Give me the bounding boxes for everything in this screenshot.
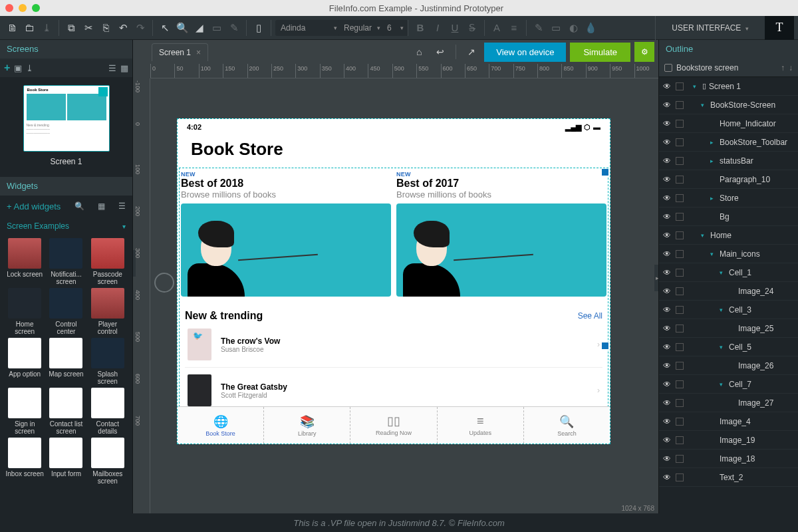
outline-root-row[interactable]: Bookstore screen ↑↓ — [659, 59, 798, 77]
screen-grid-view-icon[interactable]: ▦ — [120, 63, 128, 73]
strike-icon[interactable]: S̶ — [464, 20, 480, 36]
visibility-eye-icon[interactable]: 👁 — [663, 249, 673, 259]
text-tool-button[interactable]: T — [765, 16, 794, 40]
outline-row[interactable]: 👁▾BookStore-Screen — [659, 96, 798, 114]
visibility-eye-icon[interactable]: 👁 — [663, 138, 673, 147]
outline-row[interactable]: 👁▸BookStore_Toolbar — [659, 133, 798, 152]
visibility-eye-icon[interactable]: 👁 — [663, 194, 673, 203]
font-family-select[interactable]: Adinda — [275, 20, 342, 36]
tabbar-item[interactable]: 📚Library — [264, 407, 350, 444]
window-close-button[interactable] — [5, 4, 13, 12]
font-weight-select[interactable]: Regular — [338, 20, 385, 36]
outline-row[interactable]: 👁Image_27 — [659, 394, 798, 412]
outline-row[interactable]: 👁▾Cell_7 — [659, 375, 798, 394]
visibility-eye-icon[interactable]: 👁 — [663, 212, 673, 221]
visibility-eye-icon[interactable]: 👁 — [663, 398, 673, 408]
simulate-button[interactable]: Simulate — [570, 43, 630, 62]
save-icon[interactable]: ⤓ — [39, 20, 55, 36]
view-on-device-button[interactable]: View on device — [484, 43, 566, 62]
tabbar-item[interactable]: 🔍Search — [524, 407, 610, 444]
widget-item[interactable]: Contact details — [88, 388, 127, 435]
outline-row[interactable]: 👁Image_26 — [659, 356, 798, 375]
window-zoom-button[interactable] — [32, 4, 40, 12]
paste-icon[interactable]: ⎘ — [98, 20, 114, 36]
widget-item[interactable]: Inbox screen — [5, 438, 44, 485]
visibility-eye-icon[interactable]: 👁 — [663, 175, 673, 184]
outline-row[interactable]: 👁▾Home — [659, 226, 798, 245]
outline-row[interactable]: 👁▸Store — [659, 189, 798, 207]
widget-item[interactable]: Control center — [47, 288, 85, 335]
outline-row[interactable]: 👁Paragraph_10 — [659, 170, 798, 189]
collapse-left-handle[interactable]: ◂ — [133, 250, 136, 277]
book-row[interactable]: 🐦The crow's VowSusan Briscoe› — [185, 322, 602, 368]
selection-handle-bottom[interactable] — [601, 342, 609, 350]
widget-item[interactable]: Lock screen — [5, 238, 44, 285]
screen-list-view-icon[interactable]: ☰ — [108, 63, 116, 73]
window-minimize-button[interactable] — [19, 4, 27, 12]
visibility-eye-icon[interactable]: 👁 — [663, 287, 673, 296]
outline-row[interactable]: 👁Home_Indicator — [659, 114, 798, 133]
underline-icon[interactable]: U — [447, 20, 463, 36]
screen-download-icon[interactable]: ⤓ — [26, 63, 33, 73]
cut-icon[interactable]: ✂ — [80, 20, 96, 36]
home-icon[interactable]: ⌂ — [410, 43, 428, 61]
visibility-eye-icon[interactable]: 👁 — [663, 361, 673, 370]
opacity-icon[interactable]: 💧 — [583, 20, 598, 36]
outline-up-icon[interactable]: ↑ — [781, 63, 785, 72]
align-icon[interactable]: ≡ — [506, 20, 522, 36]
outline-row[interactable]: 👁Image_25 — [659, 319, 798, 338]
outline-row[interactable]: 👁▾Main_icons — [659, 245, 798, 263]
copy-icon[interactable]: ⧉ — [63, 20, 79, 36]
widget-item[interactable]: App option — [5, 338, 44, 385]
visibility-eye-icon[interactable]: 👁 — [663, 305, 673, 315]
widgets-search-icon[interactable]: 🔍 — [74, 201, 84, 211]
widget-item[interactable]: Contact list screen — [47, 388, 85, 435]
tabbar-item[interactable]: ▯▯Reading Now — [350, 407, 437, 444]
fill-icon[interactable]: ✎ — [531, 20, 547, 36]
outline-row[interactable]: 👁Bg — [659, 207, 798, 226]
widget-item[interactable]: Sign in screen — [5, 388, 44, 435]
widget-item[interactable]: Notificati... screen — [47, 238, 85, 285]
selection-handle-top[interactable] — [601, 168, 609, 176]
add-widgets-button[interactable]: + Add widgets — [7, 201, 61, 211]
outline-row[interactable]: 👁▾Cell_3 — [659, 301, 798, 319]
visibility-eye-icon[interactable]: 👁 — [663, 436, 673, 445]
outline-row[interactable]: 👁Image_18 — [659, 450, 798, 468]
outline-row[interactable]: 👁Image_4 — [659, 412, 798, 431]
zoom-icon[interactable]: 🔍 — [174, 20, 190, 36]
open-folder-icon[interactable]: 🗀 — [21, 20, 37, 36]
visibility-eye-icon[interactable]: 👁 — [663, 231, 673, 240]
featured-card[interactable]: NEWBest of 2018Browse millions of books — [181, 171, 391, 297]
shadow-icon[interactable]: ◐ — [565, 20, 581, 36]
bold-icon[interactable]: B — [412, 20, 428, 36]
visibility-eye-icon[interactable]: 👁 — [663, 473, 673, 482]
tab-close-icon[interactable]: × — [196, 48, 201, 57]
redo-icon[interactable]: ↷ — [132, 20, 148, 36]
border-icon[interactable]: ▭ — [548, 20, 564, 36]
featured-card[interactable]: NEWBest of 2017Browse millions of books — [396, 171, 606, 297]
new-file-icon[interactable]: 🗎 — [4, 20, 20, 36]
visibility-eye-icon[interactable]: 👁 — [663, 454, 673, 464]
ui-mode-menu[interactable]: USER INTERFACE ▾ — [655, 16, 765, 40]
export-icon[interactable]: ↗ — [463, 43, 480, 61]
visibility-eye-icon[interactable]: 👁 — [663, 417, 673, 426]
visibility-eye-icon[interactable]: 👁 — [663, 342, 673, 352]
widgets-grid-icon[interactable]: ▦ — [98, 201, 105, 211]
visibility-eye-icon[interactable]: 👁 — [663, 156, 673, 166]
tabbar-item[interactable]: 🌐Book Store — [178, 407, 264, 444]
scroll-container[interactable]: NEWBest of 2018Browse millions of booksN… — [179, 168, 608, 417]
outline-down-icon[interactable]: ↓ — [789, 63, 793, 72]
outline-row[interactable]: 👁Text_2 — [659, 468, 798, 487]
visibility-eye-icon[interactable]: 👁 — [663, 268, 673, 277]
text-color-icon[interactable]: A — [489, 20, 505, 36]
visibility-eye-icon[interactable]: 👁 — [663, 119, 673, 128]
canvas-viewport[interactable]: 4:02 ▂▄▆ ⬡ ▬ Book Store NEWBest of 2018B… — [150, 78, 658, 513]
back-icon[interactable]: ↩ — [432, 43, 449, 61]
pointer-icon[interactable]: ↖ — [157, 20, 173, 36]
visibility-eye-icon[interactable]: 👁 — [663, 82, 673, 91]
outline-row[interactable]: 👁▾▯Screen 1 — [659, 77, 798, 96]
visibility-eye-icon[interactable]: 👁 — [663, 380, 673, 389]
widget-item[interactable]: Map screen — [47, 338, 85, 385]
widget-item[interactable]: Input form — [47, 438, 85, 485]
device-frame[interactable]: 4:02 ▂▄▆ ⬡ ▬ Book Store NEWBest of 2018B… — [177, 118, 610, 444]
